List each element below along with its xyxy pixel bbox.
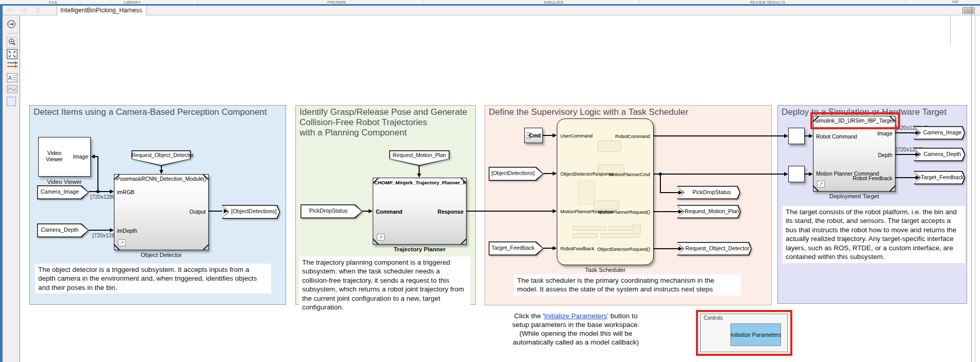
wire-depth[interactable] [894, 154, 916, 155]
section-planning-title: Identify Grasp/Release Pose and Generate… [300, 107, 467, 138]
arrowhead [110, 228, 114, 232]
initialize-parameters-link[interactable]: Initialize Parameters [544, 312, 607, 320]
chart-preview-shape [601, 233, 639, 238]
port-objectdetectorrequest: ObjectDetectorRequest() [597, 246, 650, 252]
from-tag-objectdetections[interactable]: [ObjectDetections] [489, 167, 543, 181]
ribbon-separator [423, 0, 423, 4]
hide-explorer-bar-icon[interactable] [7, 20, 16, 29]
trajectory-planner-block[interactable]: CHOMP_Minjerk_Trajectory_Planner_Module(… [373, 178, 467, 245]
arrowhead [916, 152, 920, 157]
port-imdepth: imDepth [117, 228, 137, 234]
goto-tag-target-feedback[interactable]: Target_Feedback [913, 171, 965, 184]
arrowhead [784, 134, 788, 138]
palette-divider [7, 33, 19, 33]
goto-tag-camera-image[interactable]: Camera_Image [913, 126, 965, 140]
image-annotation-icon[interactable] [7, 85, 18, 93]
keyboard-shortcuts-icon[interactable] [962, 7, 975, 14]
wire-objectdetections[interactable] [543, 173, 553, 174]
task-scheduler-block[interactable]: UserCommand ObjectDetectorResponse Motio… [557, 118, 654, 265]
goto-tag-label: [ObjectDetections] [222, 205, 280, 218]
trajectory-planner-title: CHOMP_Minjerk_Trajectory_Planner_Module(… [374, 180, 465, 185]
goto-tag-label: Request_Motion_Plan [677, 205, 741, 218]
footer-instruction-line2: setup parameters in the base workspace. [491, 321, 661, 329]
arrowhead [553, 209, 557, 213]
arrowhead [110, 189, 114, 194]
port-objectdetectorresponse: ObjectDetectorResponse [560, 171, 614, 177]
wire[interactable] [97, 157, 98, 192]
goto-tag-label: PickDropStatus [677, 186, 740, 199]
wire-motionplannercmd[interactable] [654, 174, 784, 175]
signal-routing-icon[interactable] [7, 61, 19, 68]
port-motionplannerrequest: MotionPlannerRequest() [598, 209, 650, 215]
ribbon-group-simulate: SIMULATE [544, 1, 564, 4]
trigger-corner-mark [203, 244, 209, 250]
footer-instruction-line3: (While opening the model this will be [491, 330, 661, 337]
rate-transition-block[interactable] [788, 128, 805, 144]
inport-target-feedback-label: Target_Feedback [489, 242, 543, 254]
forward-button[interactable]: ⇨ [21, 5, 28, 15]
chart-preview-shape [597, 141, 621, 152]
goto-tag-pickdropstatus[interactable]: PickDropStatus [677, 186, 740, 199]
wire-robot-feedback[interactable] [894, 177, 916, 178]
wire[interactable] [805, 135, 809, 136]
wire-target-feedback[interactable] [543, 248, 553, 249]
trigger-tag-request-motion-plan[interactable]: Request_Motion_Plan [389, 150, 450, 166]
inport-pickdropstatus[interactable]: PickDropStatus [301, 204, 362, 218]
chart-preview-shape [573, 233, 597, 238]
video-viewer-caption: Video Viewer [38, 179, 91, 185]
rate-transition-block[interactable] [788, 166, 805, 182]
cmd-block-label: Cmd [529, 133, 541, 139]
cmd-signal-editor-block[interactable]: Cmd [524, 128, 543, 143]
wire-camera-depth[interactable] [89, 230, 110, 231]
editor-right-border [971, 6, 972, 362]
arrowhead [417, 174, 421, 178]
scrollbar-gutter-line [975, 15, 975, 362]
port-command: Command [376, 209, 402, 215]
arrowhead [784, 172, 788, 176]
trajectory-planner-caption: Trajectory Planner [373, 246, 467, 252]
wire-cmd[interactable] [543, 135, 553, 136]
goto-tag-request-motion-plan[interactable]: Request_Motion_Plan [677, 205, 741, 218]
wire-objectdetectorrequest[interactable] [654, 248, 679, 249]
fit-to-view-icon[interactable] [7, 49, 18, 59]
viewport-box-icon[interactable] [7, 97, 16, 106]
arrowhead [553, 133, 557, 137]
task-scheduler-caption: Task Scheduler [557, 267, 654, 273]
wire-robotcommand[interactable] [654, 135, 784, 136]
goto-tag-objectdetections[interactable]: [ObjectDetections] [222, 205, 280, 219]
inport-target-feedback[interactable]: Target_Feedback [489, 242, 543, 255]
wire[interactable] [805, 174, 809, 175]
model-tab[interactable]: IntelligentBinPicking_Harness [57, 6, 146, 15]
inport-camera-depth[interactable]: Camera_Depth [37, 223, 89, 237]
back-button[interactable]: ⇦ [7, 5, 13, 15]
arrowhead [916, 131, 920, 135]
trigger-corner-mark [890, 185, 896, 192]
port-response: Response [438, 209, 463, 215]
video-viewer-block[interactable]: Video Viewer Image [38, 137, 91, 177]
arrowhead [91, 154, 95, 159]
up-button[interactable]: ⇧ [35, 5, 41, 15]
footer-instruction-line1: Click the 'Initialize Parameters' button… [491, 312, 661, 320]
goto-tag-camera-depth[interactable]: Camera_Depth [913, 148, 965, 161]
trigger-tag-request-object-detector[interactable]: Request_Object_Detector [131, 150, 191, 166]
arrowhead [553, 171, 557, 176]
inport-camera-image[interactable]: Camera_Image [37, 185, 89, 199]
wire-motionplannerrequest[interactable] [654, 211, 679, 212]
arrowhead [809, 134, 813, 138]
wire-image[interactable] [894, 132, 916, 133]
deployment-note: The target consists of the robot platfor… [783, 206, 965, 263]
annotation-tool-icon[interactable]: A [7, 73, 18, 82]
model-reference-badge-icon [817, 181, 825, 187]
trigger-tag-label: Request_Object_Detector [131, 150, 191, 160]
wire-response[interactable] [467, 211, 553, 212]
object-detector-block[interactable]: PosemaskRCNN_Detection_Module() imRGB im… [114, 174, 209, 250]
wire-trigger[interactable] [419, 166, 420, 174]
wire-output[interactable] [209, 211, 222, 212]
supervisory-note: The task scheduler is the primary coordi… [514, 274, 741, 296]
port-output: Output [189, 209, 206, 215]
goto-tag-label: Camera_Depth [913, 148, 965, 161]
zoom-tool-icon[interactable] [7, 36, 18, 48]
goto-tag-request-object-detector[interactable]: Request_Object_Detector [677, 242, 752, 255]
from-tag-label: [ObjectDetections] [489, 167, 543, 180]
wire-branch[interactable] [660, 174, 661, 193]
